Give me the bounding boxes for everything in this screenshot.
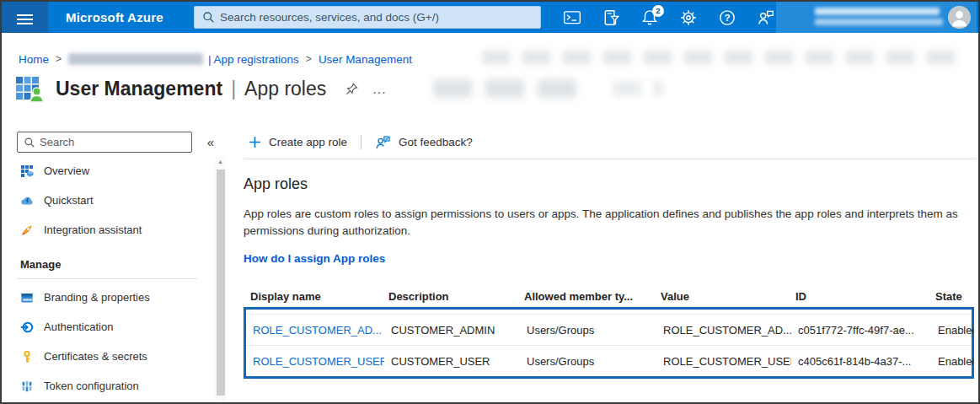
avatar[interactable] [948,6,971,29]
avatar-icon [948,6,971,29]
sidebar-scrollbar[interactable]: ▲ [215,157,226,404]
command-bar: Create app role Got feedback? [244,126,977,154]
help-button[interactable]: ? [716,7,738,29]
sidebar-item-label: Integration assistant [44,224,142,236]
cloud-shell-button[interactable] [561,7,583,29]
app-role-display-name-link[interactable]: ROLE_CUSTOMER_AD... [246,324,384,337]
sidebar-item-integration-assistant[interactable]: Integration assistant [2,215,212,245]
azure-brand[interactable]: Microsoft Azure [66,2,163,33]
sidebar-item-overview[interactable]: Overview [2,156,212,186]
breadcrumb-current[interactable]: User Management [319,53,412,66]
app-role-allowed-member-types: Users/Groups [520,324,656,337]
settings-button[interactable] [677,7,699,29]
notifications-button[interactable]: 2 [639,7,661,29]
app-role-value: ROLE_CUSTOMER_USER [656,355,791,368]
search-icon [24,137,35,148]
search-icon [202,11,215,24]
sidebar-search[interactable] [17,132,192,153]
app-role-allowed-member-types: Users/Groups [520,355,656,368]
divider [244,159,977,159]
global-search-input[interactable] [220,11,540,24]
gear-icon [679,8,698,27]
sidebar-item-certificates-secrets[interactable]: Certificates & secrets [2,342,212,371]
scrollbar-thumb[interactable] [217,170,225,396]
app-role-description: CUSTOMER_USER [384,355,520,368]
breadcrumb-home[interactable]: Home [19,53,49,66]
page-header: User Management | App roles ... [15,75,387,103]
app-role-id: c051f772-7ffc-49f7-ae... [791,324,931,337]
hamburger-icon [17,14,33,20]
app-role-description: CUSTOMER_ADMIN [384,324,520,337]
collapse-menu-button[interactable]: « [202,132,219,153]
table-row[interactable]: ROLE_CUSTOMER_AD... CUSTOMER_ADMIN Users… [246,314,972,345]
table-header: Display name Description Allowed member … [244,286,977,307]
scrollbar-up-arrow[interactable]: ▲ [215,159,226,164]
app-role-state: Enabled [931,355,973,368]
cloud-shell-icon [563,8,581,27]
global-search[interactable] [194,6,541,29]
sidebar-item-label: Authentication [44,321,113,333]
plus-icon [249,136,261,148]
blurred-artifact [482,51,967,64]
column-header-allowed-member-types[interactable]: Allowed member ty... [517,290,654,303]
pin-button[interactable] [345,82,359,96]
portal-menu-button[interactable] [2,2,48,33]
directory-filter-icon [602,8,620,27]
directory-filter-button[interactable] [600,7,622,29]
breadcrumb-app-registrations[interactable]: | App registrations [208,53,299,66]
app-role-value: ROLE_CUSTOMER_AD... [656,324,791,337]
sidebar-item-label: Quickstart [44,194,94,207]
notification-badge: 2 [652,5,664,17]
overview-icon [20,164,34,178]
breadcrumb-separator: > [56,53,62,65]
sidebar-item-label: Certificates & secrets [44,350,147,363]
create-app-role-button[interactable]: Create app role [244,132,352,152]
sidebar-item-label: Branding & properties [44,291,150,304]
column-header-id[interactable]: ID [789,290,929,303]
table-row[interactable]: ROLE_CUSTOMER_USER CUSTOMER_USER Users/G… [246,345,972,376]
column-header-state[interactable]: State [929,290,971,303]
more-options-button[interactable]: ... [372,85,386,94]
divider [361,135,361,149]
quickstart-icon [20,194,34,207]
divider [17,278,197,279]
page-subtitle: App roles [244,78,326,100]
blurred-artifact [433,79,589,98]
feedback-icon [757,8,775,27]
sidebar-item-authentication[interactable]: Authentication [2,312,212,342]
sidebar-search-input[interactable] [40,136,191,148]
app-role-id: c405c61f-814b-4a37-... [791,355,931,368]
app-role-state: Enabled [931,324,973,337]
azure-portal-window: Microsoft Azure [0,0,980,404]
got-feedback-button[interactable]: Got feedback? [370,132,478,153]
account-email-redacted [815,8,940,15]
page-title: User Management [56,78,222,100]
help-icon: ? [718,8,736,27]
browser-icon: www [20,291,34,304]
breadcrumb: Home > | App registrations > User Manage… [19,50,412,68]
main-content: Create app role Got feedback? App roles … [244,126,977,379]
column-header-display-name[interactable]: Display name [244,290,382,303]
token-configuration-icon [20,380,34,393]
app-registration-icon [15,75,46,103]
blurred-artifact [613,81,663,96]
section-description: App roles are custom roles to assign per… [244,206,978,240]
how-do-i-assign-app-roles-link[interactable]: How do I assign App roles [244,252,385,265]
sidebar-item-token-configuration[interactable]: Token configuration [2,371,212,401]
column-header-description[interactable]: Description [382,290,517,303]
sidebar-section-manage: Manage [2,255,212,273]
account-info-redacted[interactable] [815,7,943,28]
sidebar-item-label: Overview [44,164,89,177]
pin-icon [345,82,359,96]
sidebar-item-quickstart[interactable]: Quickstart [2,186,212,215]
svg-text:?: ? [724,13,730,23]
breadcrumb-tenant-redacted [68,53,203,65]
sidebar-nav: Overview Quickstart [2,156,212,401]
rocket-icon [20,224,34,237]
feedback-button[interactable] [755,7,777,29]
feedback-person-icon [375,135,391,149]
column-header-value[interactable]: Value [654,290,789,303]
sidebar-item-branding-properties[interactable]: www Branding & properties [2,283,212,312]
app-roles-table-highlighted: ROLE_CUSTOMER_AD... CUSTOMER_ADMIN Users… [244,307,974,379]
app-role-display-name-link[interactable]: ROLE_CUSTOMER_USER [246,355,384,368]
